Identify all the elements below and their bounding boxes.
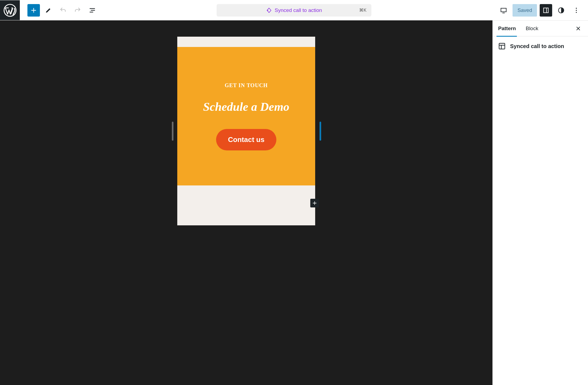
tools-button[interactable] [42,4,55,17]
command-shortcut: ⌘K [359,8,366,13]
save-button: Saved [513,4,537,17]
redo-icon [74,7,81,14]
svg-point-6 [576,12,577,13]
view-button[interactable] [497,4,510,17]
close-sidebar-button[interactable] [574,24,583,33]
more-vertical-icon [573,7,580,14]
svg-rect-1 [501,8,506,12]
cta-heading[interactable]: Schedule a Demo [203,100,289,114]
toolbar-right-group: Saved [497,4,588,17]
close-icon [575,26,581,31]
top-toolbar: Synced call to action ⌘K Saved [0,0,588,20]
list-view-icon [89,7,96,14]
styles-button[interactable] [555,4,567,17]
document-title: Synced call to action [275,7,322,13]
wordpress-logo[interactable] [0,0,20,20]
cta-block[interactable]: GET IN TOUCH Schedule a Demo Contact us [177,47,315,185]
svg-point-5 [576,10,577,11]
sidebar-tabs: Pattern Block [493,21,588,36]
tab-block[interactable]: Block [526,21,541,36]
resize-handle-left[interactable] [172,122,173,141]
undo-icon [59,7,67,14]
add-block-button[interactable] [310,199,319,207]
wordpress-icon [4,4,17,17]
tab-pattern[interactable]: Pattern [498,21,519,36]
plus-icon [30,7,37,14]
pencil-icon [45,7,52,14]
desktop-icon [500,7,507,14]
undo-button[interactable] [57,4,69,17]
canvas-frame[interactable]: GET IN TOUCH Schedule a Demo Contact us [177,37,315,225]
cta-eyebrow[interactable]: GET IN TOUCH [225,82,268,89]
document-title-bar[interactable]: Synced call to action ⌘K [217,4,371,17]
sidebar-icon [542,7,549,14]
styles-icon [558,7,565,14]
template-icon [498,42,506,50]
svg-rect-7 [499,43,505,49]
plus-icon [312,200,317,206]
toolbar-left-group [20,4,99,17]
synced-pattern-icon [266,7,272,13]
settings-sidebar-toggle[interactable] [540,4,552,17]
editor-canvas[interactable]: GET IN TOUCH Schedule a Demo Contact us [0,20,492,385]
settings-sidebar: Pattern Block Synced call to action [492,20,588,385]
svg-rect-2 [543,8,548,12]
block-inserter-button[interactable] [27,4,40,17]
redo-button[interactable] [71,4,84,17]
pattern-summary-row[interactable]: Synced call to action [498,42,583,50]
svg-point-4 [576,8,577,9]
pattern-title: Synced call to action [510,43,564,49]
main-body: GET IN TOUCH Schedule a Demo Contact us … [0,20,588,385]
cta-button[interactable]: Contact us [216,129,276,150]
resize-handle-right[interactable] [320,122,321,141]
document-overview-button[interactable] [86,4,99,17]
sidebar-content: Synced call to action [493,36,588,56]
options-button[interactable] [570,4,583,17]
